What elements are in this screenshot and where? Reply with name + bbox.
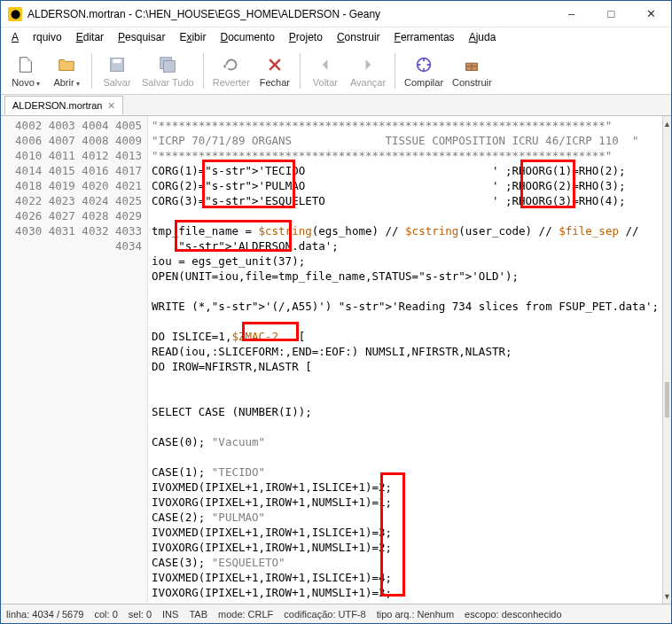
compile-icon [413,54,434,75]
build-button[interactable]: Construir [449,50,496,92]
scroll-thumb[interactable] [665,382,669,417]
folder-open-icon [56,54,77,75]
scroll-down-icon[interactable]: ▼ [663,589,671,604]
close-icon [264,54,285,75]
menu-ajuda[interactable]: Ajuda [462,29,504,45]
menu-construir[interactable]: Construir [330,29,387,45]
back-button[interactable]: Voltar [306,50,345,92]
status-tab[interactable]: TAB [189,609,207,620]
arrow-left-icon [315,54,336,75]
tab-alderson[interactable]: ALDERSON.mortran ✕ [4,96,123,115]
menu-projeto[interactable]: Projeto [282,29,330,45]
status-sel: sel: 0 [129,609,152,620]
new-button[interactable]: Novo▾ [6,50,45,92]
save-icon [106,54,128,75]
line-gutter: 4002 4003 4004 4005 4006 4007 4008 4009 … [1,116,148,604]
editor: 4002 4003 4004 4005 4006 4007 4008 4009 … [1,116,671,604]
forward-button[interactable]: Avançar [347,50,389,92]
revert-icon [221,54,242,75]
status-ins[interactable]: INS [162,609,178,620]
window-title: ALDERSON.mortran - C:\HEN_HOUSE\EGS_HOME… [27,8,551,20]
menu-arquivo[interactable]: Arquivo [4,29,69,45]
revert-button[interactable]: Reverter [209,50,254,92]
arrow-right-icon [357,54,379,75]
annotation-box [380,472,405,597]
status-encoding[interactable]: codificação: UTF-8 [284,609,365,620]
status-mode[interactable]: mode: CRLF [218,609,273,620]
maximize-button[interactable]: □ [591,1,631,27]
menu-exibir[interactable]: Exibir [172,29,213,45]
status-line: linha: 4034 / 5679 [6,609,83,620]
build-icon [461,54,482,75]
tab-close-icon[interactable]: ✕ [107,100,115,112]
app-icon: ⬤ [8,7,22,21]
save-all-button[interactable]: Salvar Tudo [138,50,198,92]
file-new-icon [15,54,36,75]
annotation-box [520,160,575,208]
close-button[interactable]: ✕ [631,1,671,27]
svg-rect-1 [113,58,121,63]
toolbar: Novo▾ Abrir▾ Salvar Salvar Tudo Reverter… [1,47,671,95]
menu-documento[interactable]: Documento [213,29,281,45]
vertical-scrollbar[interactable]: ▲ ▼ [662,116,671,604]
status-col: col: 0 [94,609,117,620]
menu-editar[interactable]: Editar [69,29,111,45]
status-scope: escopo: desconhecido [465,609,561,620]
minimize-button[interactable]: – [551,1,591,27]
menu-pesquisar[interactable]: Pesquisar [111,29,172,45]
compile-button[interactable]: Compilar [401,50,447,92]
menubar: Arquivo Editar Pesquisar Exibir Document… [1,27,671,47]
open-button[interactable]: Abrir▾ [47,50,86,92]
svg-rect-3 [164,60,176,72]
status-filetype[interactable]: tipo arq.: Nenhum [377,609,454,620]
close-file-button[interactable]: Fechar [255,50,294,92]
statusbar: linha: 4034 / 5679 col: 0 sel: 0 INS TAB… [1,604,671,623]
scroll-up-icon[interactable]: ▲ [663,116,671,131]
save-all-icon [157,54,178,75]
titlebar: ⬤ ALDERSON.mortran - C:\HEN_HOUSE\EGS_HO… [1,1,671,27]
save-button[interactable]: Salvar [98,50,137,92]
tab-label: ALDERSON.mortran [12,100,102,111]
menu-ferramentas[interactable]: Ferramentas [387,29,462,45]
tab-strip: ALDERSON.mortran ✕ [1,95,671,116]
code-area[interactable]: "***************************************… [148,116,662,604]
